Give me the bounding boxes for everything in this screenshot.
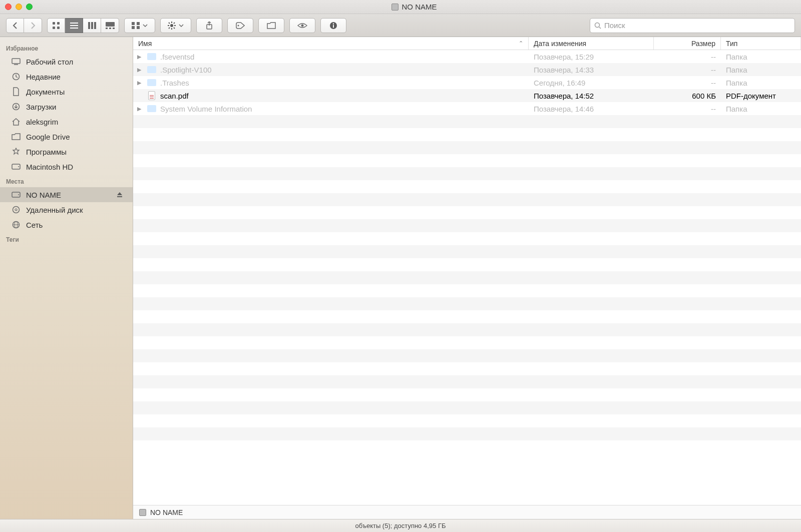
eject-icon[interactable] <box>117 192 123 198</box>
arrange-button[interactable] <box>124 18 155 33</box>
file-type: Папка <box>721 53 801 61</box>
svg-rect-1 <box>57 22 60 25</box>
file-row[interactable]: ▶System Volume InformationПозавчера, 14:… <box>133 102 801 115</box>
back-button[interactable] <box>6 18 24 33</box>
sidebar-item-label: Рабочий стол <box>26 58 73 66</box>
file-type: Папка <box>721 105 801 113</box>
svg-point-29 <box>301 24 304 27</box>
svg-rect-14 <box>132 22 135 25</box>
svg-rect-6 <box>70 28 78 29</box>
sidebar-item-documents[interactable]: Документы <box>0 84 133 99</box>
list-view-button[interactable] <box>65 18 83 33</box>
icon-view-button[interactable] <box>47 18 65 33</box>
file-row[interactable]: ▶.TrashesСегодня, 16:49--Папка <box>133 76 801 89</box>
downloads-icon <box>11 102 21 112</box>
column-type-label: Тип <box>726 40 737 48</box>
empty-row <box>133 427 801 440</box>
empty-row <box>133 362 801 375</box>
svg-point-31 <box>333 23 334 24</box>
empty-row <box>133 167 801 180</box>
svg-rect-16 <box>132 26 135 29</box>
folder-icon <box>147 65 156 74</box>
svg-rect-11 <box>106 28 108 29</box>
svg-rect-2 <box>53 27 55 29</box>
file-row[interactable]: ▶.Spotlight-V100Позавчера, 14:33--Папка <box>133 63 801 76</box>
window-title: NO NAME <box>33 3 796 11</box>
zoom-window-button[interactable] <box>26 4 33 10</box>
forward-button[interactable] <box>24 18 42 33</box>
path-bar-label: NO NAME <box>150 508 183 516</box>
column-type[interactable]: Тип <box>721 37 801 50</box>
disclosure-icon[interactable]: ▶ <box>137 67 143 73</box>
sidebar-item-label: Сеть <box>26 221 43 229</box>
sidebar-item-recents[interactable]: Недавние <box>0 69 133 84</box>
gallery-view-button[interactable] <box>101 18 119 33</box>
close-window-button[interactable] <box>5 4 12 10</box>
sidebar-item-network-2[interactable]: Сеть <box>0 217 133 232</box>
recents-icon <box>11 72 21 82</box>
sidebar-item-drive-0[interactable]: NO NAME <box>0 187 133 202</box>
file-size: 600 КБ <box>654 92 721 100</box>
new-folder-button[interactable] <box>258 18 284 33</box>
search-input[interactable] <box>604 21 790 30</box>
svg-rect-12 <box>109 28 111 29</box>
sidebar-item-downloads[interactable]: Загрузки <box>0 99 133 114</box>
empty-row <box>133 336 801 349</box>
path-bar[interactable]: NO NAME <box>133 505 801 519</box>
search-icon <box>594 22 601 29</box>
column-date[interactable]: Дата изменения <box>529 37 654 50</box>
file-name: scan.pdf <box>160 92 189 100</box>
sidebar-item-disc-1[interactable]: Удаленный диск <box>0 202 133 217</box>
action-button[interactable] <box>160 18 191 33</box>
column-view-button[interactable] <box>83 18 101 33</box>
sidebar-section-tags: Теги <box>0 232 133 245</box>
sidebar-item-applications[interactable]: Программы <box>0 144 133 159</box>
disclosure-icon[interactable]: ▶ <box>137 106 143 112</box>
file-row[interactable]: scan.pdfПозавчера, 14:52600 КБPDF-докуме… <box>133 89 801 102</box>
file-list[interactable]: ▶.fseventsdПозавчера, 15:29--Папка▶.Spot… <box>133 50 801 505</box>
search-field[interactable] <box>590 18 795 33</box>
svg-point-33 <box>595 23 600 27</box>
empty-row <box>133 128 801 141</box>
folder-icon <box>147 104 156 113</box>
empty-row <box>133 401 801 414</box>
info-button[interactable] <box>320 18 346 33</box>
sidebar-item-drive[interactable]: Macintosh HD <box>0 159 133 174</box>
quicklook-button[interactable] <box>289 18 315 33</box>
column-size[interactable]: Размер <box>654 37 721 50</box>
sidebar-item-label: Удаленный диск <box>26 206 83 214</box>
column-name[interactable]: Имя ⌃ <box>133 37 529 50</box>
minimize-window-button[interactable] <box>16 4 22 10</box>
svg-point-42 <box>18 194 19 195</box>
svg-point-44 <box>13 207 20 213</box>
disclosure-icon[interactable]: ▶ <box>137 54 143 60</box>
svg-rect-4 <box>70 23 78 24</box>
disclosure-icon[interactable]: ▶ <box>137 80 143 86</box>
sidebar-item-folder[interactable]: Google Drive <box>0 129 133 144</box>
sidebar-item-home[interactable]: aleksgrim <box>0 114 133 129</box>
empty-row <box>133 219 801 232</box>
svg-line-23 <box>169 23 170 24</box>
sidebar-item-desktop[interactable]: Рабочий стол <box>0 54 133 69</box>
drive-icon <box>11 162 21 172</box>
empty-row <box>133 115 801 128</box>
folder-icon <box>147 52 156 61</box>
column-name-label: Имя <box>138 40 152 48</box>
sidebar-item-label: NO NAME <box>26 191 61 199</box>
empty-row <box>133 349 801 362</box>
file-date: Позавчера, 14:52 <box>529 92 654 100</box>
tags-button[interactable] <box>227 18 253 33</box>
sidebar-item-label: aleksgrim <box>26 118 58 126</box>
share-button[interactable] <box>196 18 222 33</box>
svg-line-25 <box>169 28 170 29</box>
file-icon <box>147 91 156 100</box>
file-size: -- <box>654 79 721 87</box>
sidebar-item-label: Загрузки <box>26 103 56 111</box>
folder-icon <box>11 132 21 142</box>
sidebar-item-label: Программы <box>26 148 67 156</box>
file-row[interactable]: ▶.fseventsdПозавчера, 15:29--Папка <box>133 50 801 63</box>
file-type: PDF-документ <box>721 92 801 100</box>
svg-rect-5 <box>70 25 78 26</box>
svg-point-18 <box>170 24 173 27</box>
empty-row <box>133 271 801 284</box>
